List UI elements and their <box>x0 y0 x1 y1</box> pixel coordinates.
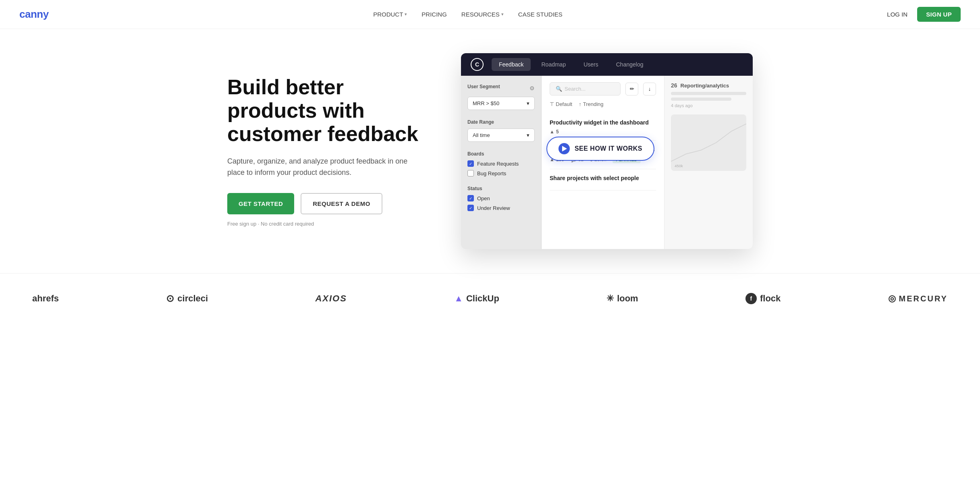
nav-resources[interactable]: RESOURCES ▾ <box>461 11 504 18</box>
checkbox-bug-reports[interactable]: Bug Reports <box>467 170 535 176</box>
app-logo: C <box>471 58 484 71</box>
search-input[interactable]: 🔍 Search... <box>550 82 621 95</box>
logo-clickup: ▲ ClickUp <box>454 293 499 304</box>
app-right-panel: 26 Reporting/analytics 4 days ago 450k <box>664 76 753 249</box>
download-icon-button[interactable]: ↓ <box>643 83 656 95</box>
skeleton-line-1 <box>671 92 746 95</box>
segment-dropdown[interactable]: MRR > $50 ▾ <box>467 97 535 110</box>
nav-links: PRODUCT ▾ PRICING RESOURCES ▾ CASE STUDI… <box>373 11 563 18</box>
filter-icon: ⊤ <box>550 101 554 107</box>
status-section: Status ✓ Open ✓ Under Review <box>467 185 535 211</box>
flock-icon: f <box>745 293 757 304</box>
hero-buttons: GET STARTED REQUEST A DEMO <box>227 193 437 214</box>
right-item-reporting: 26 Reporting/analytics 4 days ago <box>671 82 746 108</box>
svg-text:450k: 450k <box>675 164 683 168</box>
app-topbar: C Feedback Roadmap Users Changelog <box>461 53 753 76</box>
hero-section: Build better products with customer feed… <box>208 29 772 265</box>
logos-section: ahrefs ⊙ circleci AXIOS ▲ ClickUp ✳ loom… <box>0 273 980 324</box>
chevron-down-icon: ▾ <box>527 132 529 138</box>
app-main: 🔍 Search... ✏ ↓ ⊤ <box>542 76 664 249</box>
checkbox-icon: ✓ <box>467 195 474 201</box>
tab-feedback[interactable]: Feedback <box>492 58 531 71</box>
download-icon: ↓ <box>648 86 651 92</box>
play-triangle <box>562 146 567 151</box>
nav-pricing[interactable]: PRICING <box>421 11 447 18</box>
tab-users[interactable]: Users <box>576 58 606 71</box>
search-icon: 🔍 <box>556 86 562 92</box>
checkbox-icon: ✓ <box>467 160 474 167</box>
filter-default[interactable]: ⊤ Default <box>550 101 572 107</box>
app-sidebar: User Segment ⚙ MRR > $50 ▾ Date Range <box>461 76 542 249</box>
date-dropdown[interactable]: All time ▾ <box>467 129 535 142</box>
feedback-meta-1: ▲ 5 <box>550 129 656 135</box>
hero-title: Build better products with customer feed… <box>227 75 437 146</box>
app-window: C Feedback Roadmap Users Changelog User … <box>461 53 753 249</box>
request-demo-button[interactable]: REQUEST A DEMO <box>301 193 382 214</box>
see-how-it-works-button[interactable]: SEE HOW IT WORKS <box>546 137 654 161</box>
logo-circleci: ⊙ circleci <box>166 293 208 304</box>
chevron-down-icon: ▾ <box>501 12 504 17</box>
feedback-item-3: Share projects with select people <box>550 169 656 191</box>
logo[interactable]: canny <box>19 8 49 21</box>
app-screenshot: C Feedback Roadmap Users Changelog User … <box>461 53 753 249</box>
edit-icon: ✏ <box>630 86 634 92</box>
loom-icon: ✳ <box>606 293 614 304</box>
checkbox-icon: ✓ <box>467 205 474 211</box>
edit-icon-button[interactable]: ✏ <box>625 83 638 95</box>
get-started-button[interactable]: GET STARTED <box>227 193 294 214</box>
chevron-down-icon: ▾ <box>405 12 407 17</box>
skeleton-line-2 <box>671 98 731 101</box>
chevron-down-icon: ▾ <box>527 100 529 106</box>
chart-area: 450k <box>671 114 746 171</box>
nav-product[interactable]: PRODUCT ▾ <box>373 11 407 18</box>
searchbar: 🔍 Search... ✏ ↓ <box>550 82 656 95</box>
main-filters: ⊤ Default ↑ Trending <box>550 101 656 107</box>
trending-icon: ↑ <box>579 101 581 107</box>
nav-actions: LOG IN SIGN UP <box>887 7 961 22</box>
tab-roadmap[interactable]: Roadmap <box>534 58 573 71</box>
segment-section: User Segment ⚙ MRR > $50 ▾ <box>467 84 535 110</box>
hero-left: Build better products with customer feed… <box>227 75 437 227</box>
login-link[interactable]: LOG IN <box>887 11 907 18</box>
nav-case-studies[interactable]: CASE STUDIES <box>518 11 563 18</box>
play-icon <box>559 143 570 154</box>
boards-section: Boards ✓ Feature Requests Bug Reports <box>467 150 535 176</box>
upvote-icon: ▲ <box>550 129 554 135</box>
hero-subtitle: Capture, organize, and analyze product f… <box>227 156 413 179</box>
checkbox-feature-requests[interactable]: ✓ Feature Requests <box>467 160 535 167</box>
checkbox-icon <box>467 170 474 176</box>
clickup-icon: ▲ <box>454 293 463 304</box>
checkbox-under-review[interactable]: ✓ Under Review <box>467 205 535 211</box>
vote-button-1[interactable]: ▲ 5 <box>550 129 559 135</box>
gear-icon[interactable]: ⚙ <box>529 85 535 91</box>
tab-changelog[interactable]: Changelog <box>609 58 651 71</box>
logo-axios: AXIOS <box>315 293 347 304</box>
logo-mercury: ◎ MERCURY <box>888 293 948 304</box>
logo-ahrefs: ahrefs <box>32 293 59 304</box>
logo-flock: f flock <box>745 293 781 304</box>
hero-note: Free sign up · No credit card required <box>227 221 437 227</box>
right-date: 4 days ago <box>671 103 746 108</box>
circleci-icon: ⊙ <box>166 293 174 304</box>
logo-loom: ✳ loom <box>606 293 638 304</box>
checkbox-open[interactable]: ✓ Open <box>467 195 535 201</box>
mercury-icon: ◎ <box>888 293 896 304</box>
app-body: User Segment ⚙ MRR > $50 ▾ Date Range <box>461 76 753 249</box>
date-range-section: Date Range All time ▾ <box>467 118 535 142</box>
filter-trending[interactable]: ↑ Trending <box>579 101 603 107</box>
signup-button[interactable]: SIGN UP <box>917 7 961 22</box>
